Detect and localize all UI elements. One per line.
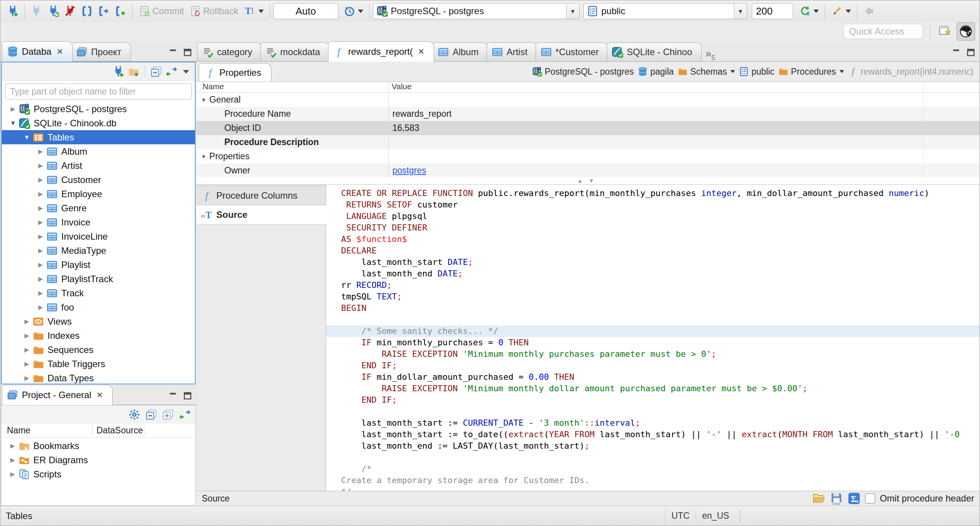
tree-item-invoice[interactable]: ▶Invoice [2,215,195,229]
expand-arrow-icon[interactable]: ▶ [7,456,18,464]
tree-item-sqlite-chinook-db[interactable]: ▼SQLite - Chinook.db [2,116,195,130]
expand-arrow-icon[interactable]: ▶ [21,332,33,339]
maximize-icon[interactable] [966,47,976,57]
column-header-name[interactable]: Name [2,425,93,436]
breadcrumb-item-schemas[interactable]: Schemas [678,67,735,77]
collapse-arrow-icon[interactable]: ▼ [201,154,206,160]
dbeaver-perspective-button[interactable] [957,22,975,41]
tab-project-general[interactable]: Project - General ✕ [2,385,113,405]
property-row-general[interactable]: ▼General [196,93,980,107]
tree-item-customer[interactable]: ▶Customer [2,173,195,187]
tree-item-foo[interactable]: ▶foo [2,300,195,314]
expand-arrow-icon[interactable]: ▶ [35,219,46,226]
fetch-size-input[interactable] [752,3,793,19]
tree-item-track[interactable]: ▶Track [2,286,195,300]
tree-item-postgresql-postgres[interactable]: ▶PostgreSQL - postgres [2,102,195,116]
editor-tab-mockdata[interactable]: mockdata [260,42,330,61]
property-row-properties[interactable]: ▼Properties [196,149,980,163]
column-divider[interactable] [389,82,389,177]
rollback-button[interactable]: Rollback [187,4,241,18]
commit-mode-select[interactable]: Auto [273,3,338,19]
grid-header-name[interactable]: Name [196,82,389,92]
reconnect-button[interactable] [45,4,62,18]
locale-indicator[interactable]: en_US [696,508,735,523]
schema-select[interactable]: public ▼ [583,3,747,19]
expand-arrow-icon[interactable]: ▶ [35,148,46,155]
expand-arrow-icon[interactable]: ▶ [35,233,46,240]
project-item-scripts[interactable]: ▶Scripts [2,467,195,481]
breadcrumb-item-procedures[interactable]: Procedures [778,67,844,77]
expand-arrow-icon[interactable]: ▶ [35,176,46,183]
tree-item-views[interactable]: ▶Views [2,314,195,328]
source-code-editor[interactable]: CREATE OR REPLACE FUNCTION public.reward… [326,185,980,491]
commit-button[interactable]: Commit [136,4,187,18]
expand-arrow-icon[interactable]: ▶ [35,190,46,198]
timezone-indicator[interactable]: UTC [665,508,696,523]
editor-tab-album[interactable]: Album [433,42,488,61]
tree-item-tables[interactable]: ▼Tables [2,130,195,144]
expand-arrow-icon[interactable]: ▶ [7,105,19,113]
project-item-er-diagrams[interactable]: ▶ER Diagrams [2,453,195,467]
editor-tab-artist[interactable]: Artist [487,42,537,61]
maximize-icon[interactable] [183,47,193,57]
subtab-procedure-columns[interactable]: fProcedure Columns [196,186,326,205]
history-dropdown-button[interactable] [341,4,366,18]
breadcrumb-item-pagila[interactable]: pagila [638,67,674,77]
chevron-down-icon[interactable] [730,70,735,73]
new-folder-icon[interactable] [128,66,139,77]
save-to-file-icon[interactable] [830,492,843,505]
tree-item-invoiceline[interactable]: ▶InvoiceLine [2,229,195,243]
tree-item-playlist[interactable]: ▶Playlist [2,258,195,272]
transaction-log-button[interactable]: T [241,4,266,18]
tab-properties[interactable]: f Properties [199,63,271,82]
project-item-bookmarks[interactable]: ▶Bookmarks [2,439,195,453]
collapse-arrow-icon[interactable]: ▼ [201,97,206,103]
property-row-owner[interactable]: Ownerpostgres [196,163,980,178]
close-icon[interactable]: ✕ [418,47,425,56]
tree-item-artist[interactable]: ▶Artist [2,158,195,173]
expand-arrow-icon[interactable]: ▶ [21,346,33,353]
expand-arrow-icon[interactable]: ▶ [21,360,33,368]
collapse-arrow-icon[interactable]: ▼ [7,120,19,127]
splitter-sash[interactable]: ▲ ▼ [196,177,980,184]
close-icon[interactable]: ✕ [56,47,63,56]
new-sql-editor-button[interactable] [95,4,112,18]
dropdown-arrow-icon[interactable]: ▼ [566,3,579,19]
breadcrumb-item-public[interactable]: public [739,67,774,77]
expand-arrow-icon[interactable]: ▶ [35,162,46,169]
collapse-all-icon[interactable] [150,66,162,77]
quick-access-input[interactable] [843,24,923,39]
collapse-all-icon[interactable] [145,409,157,420]
new-connection-button[interactable] [4,4,21,18]
editor-tab-customer[interactable]: *Customer [536,42,608,61]
chevron-down-icon[interactable] [840,70,844,73]
new-connection-icon[interactable] [113,66,124,77]
open-perspective-button[interactable] [938,23,953,40]
property-row-procedure-name[interactable]: Procedure Namerewards_report [196,107,980,121]
back-button[interactable] [861,4,877,18]
breadcrumb-item-postgresql-postgres[interactable]: PostgreSQL - postgres [532,67,634,77]
gear-icon[interactable] [129,409,140,420]
tree-item-album[interactable]: ▶Album [2,144,195,158]
hidden-tabs-chip[interactable]: » 5 [706,46,715,61]
breadcrumb-item-rewards-report-int4-numeric[interactable]: frewards_report(int4,numeric) [848,67,973,77]
tree-item-employee[interactable]: ▶Employee [2,187,195,201]
maximize-icon[interactable] [183,391,193,401]
expand-arrow-icon[interactable]: ▶ [21,318,33,325]
expand-arrow-icon[interactable]: ▶ [35,247,46,254]
open-sql-editor-button[interactable] [112,4,129,18]
expand-arrow-icon[interactable]: ▶ [7,442,18,449]
connection-select[interactable]: PostgreSQL - postgres ▼ [373,3,580,19]
property-row-object-id[interactable]: Object ID16,583 [196,121,980,135]
expand-arrow-icon[interactable]: ▶ [35,204,46,212]
subtab-source[interactable]: ‹›TSource [196,205,326,225]
sash-down-icon[interactable]: ▼ [589,178,594,184]
property-value[interactable]: postgres [389,165,426,176]
expand-arrow-icon[interactable]: ▶ [35,261,46,268]
sql-editor-button[interactable] [78,4,95,18]
editor-tab-category[interactable]: category [197,42,262,61]
expand-arrow-icon[interactable]: ▶ [7,470,18,478]
minimize-icon[interactable] [168,391,178,401]
view-menu-icon[interactable] [181,67,191,77]
tree-item-genre[interactable]: ▶Genre [2,201,195,215]
